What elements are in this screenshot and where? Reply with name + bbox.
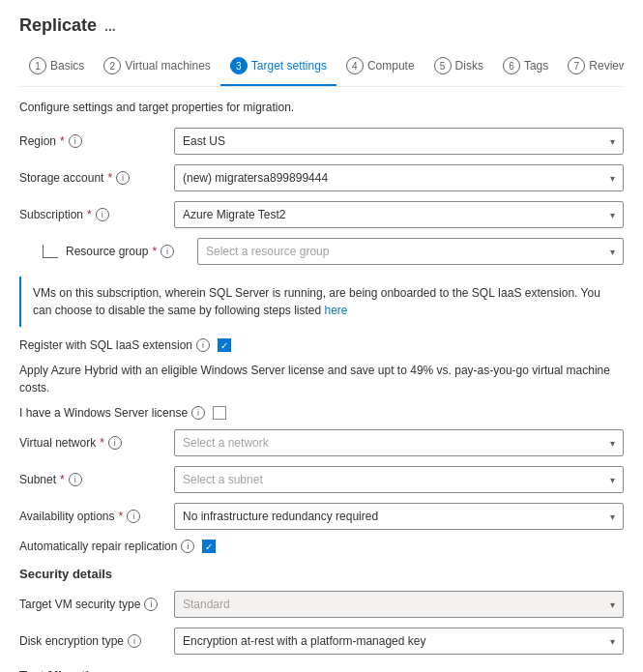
step-target-settings[interactable]: 3 Target settings bbox=[220, 49, 336, 86]
wizard-steps: 1 Basics 2 Virtual machines 3 Target set… bbox=[19, 49, 624, 87]
title-ellipsis: ... bbox=[104, 18, 116, 34]
step-label-review: Review + Start replication bbox=[589, 59, 624, 73]
availability-value: No infrastructure redundancy required bbox=[183, 510, 610, 523]
step-label-tags: Tags bbox=[524, 59, 548, 73]
subnet-info-icon[interactable]: i bbox=[69, 473, 82, 486]
availability-label: Availability options * i bbox=[19, 510, 174, 523]
target-vm-security-row: Target VM security type i Standard ▾ bbox=[19, 591, 624, 618]
target-vm-info-icon[interactable]: i bbox=[144, 598, 158, 611]
availability-chevron-icon: ▾ bbox=[610, 511, 615, 522]
subscription-required: * bbox=[87, 208, 92, 221]
step-number-5: 5 bbox=[434, 57, 452, 74]
subnet-chevron-icon: ▾ bbox=[610, 475, 615, 485]
windows-license-label: I have a Windows Server license i bbox=[19, 406, 205, 420]
storage-required: * bbox=[107, 171, 112, 185]
step-tags[interactable]: 6 Tags bbox=[493, 49, 558, 86]
subnet-placeholder: Select a subnet bbox=[183, 473, 610, 486]
step-basics[interactable]: 1 Basics bbox=[19, 49, 94, 86]
step-label-disks: Disks bbox=[455, 59, 483, 73]
storage-account-label: Storage account * i bbox=[19, 171, 174, 185]
target-vm-security-value: Standard bbox=[183, 598, 610, 611]
virtual-network-label: Virtual network * i bbox=[19, 436, 174, 450]
storage-info-icon[interactable]: i bbox=[116, 171, 130, 185]
page-title: Replicate bbox=[19, 15, 97, 36]
subscription-chevron-icon: ▾ bbox=[610, 210, 615, 220]
target-vm-security-dropdown[interactable]: Standard ▾ bbox=[174, 591, 624, 618]
step-compute[interactable]: 4 Compute bbox=[336, 49, 424, 86]
availability-row: Availability options * i No infrastructu… bbox=[19, 503, 624, 530]
subscription-row: Subscription * i Azure Migrate Test2 ▾ bbox=[19, 201, 624, 228]
disk-encryption-info-icon[interactable]: i bbox=[128, 634, 141, 648]
disk-encryption-label: Disk encryption type i bbox=[19, 634, 174, 648]
step-disks[interactable]: 5 Disks bbox=[424, 49, 493, 86]
test-migration-section-title: Test Migration bbox=[19, 668, 624, 672]
step-virtual-machines[interactable]: 2 Virtual machines bbox=[94, 49, 220, 86]
subscription-dropdown[interactable]: Azure Migrate Test2 ▾ bbox=[174, 201, 624, 228]
step-number-6: 6 bbox=[503, 57, 520, 74]
target-vm-chevron-icon: ▾ bbox=[610, 599, 615, 610]
rg-info-icon[interactable]: i bbox=[161, 245, 174, 258]
step-label-basics: Basics bbox=[50, 59, 84, 73]
hybrid-notice: Apply Azure Hybrid with an eligible Wind… bbox=[19, 362, 624, 396]
resource-group-row: Resource group * i Select a resource gro… bbox=[19, 238, 624, 265]
sql-info-link[interactable]: here bbox=[325, 304, 348, 317]
auto-repair-info-icon[interactable]: i bbox=[181, 540, 194, 553]
form-subtitle: Configure settings and target properties… bbox=[19, 101, 624, 114]
windows-license-checkbox[interactable] bbox=[213, 406, 226, 420]
step-number-7: 7 bbox=[568, 57, 585, 74]
resource-group-dropdown[interactable]: Select a resource group ▾ bbox=[197, 238, 624, 265]
subnet-dropdown[interactable]: Select a subnet ▾ bbox=[174, 466, 624, 493]
resource-group-label: Resource group * i bbox=[43, 245, 197, 258]
step-number-2: 2 bbox=[103, 57, 121, 74]
subscription-info-icon[interactable]: i bbox=[96, 208, 109, 221]
storage-account-value: (new) migratersa899899444 bbox=[183, 171, 610, 185]
storage-account-row: Storage account * i (new) migratersa8998… bbox=[19, 164, 624, 191]
region-row: Region * i East US ▾ bbox=[19, 128, 624, 155]
step-label-compute: Compute bbox=[367, 59, 415, 73]
rg-chevron-icon: ▾ bbox=[610, 247, 615, 257]
subnet-label: Subnet * i bbox=[19, 473, 174, 486]
sql-iaas-row: Register with SQL IaaS extension i bbox=[19, 338, 624, 352]
availability-required: * bbox=[119, 510, 124, 523]
step-label-vms: Virtual machines bbox=[125, 59, 211, 73]
vnet-required: * bbox=[100, 436, 104, 450]
region-info-icon[interactable]: i bbox=[69, 134, 82, 148]
region-label: Region * i bbox=[19, 134, 174, 148]
sql-iaas-checkbox[interactable] bbox=[218, 338, 231, 352]
resource-group-placeholder: Select a resource group bbox=[206, 245, 610, 258]
target-vm-security-label: Target VM security type i bbox=[19, 598, 174, 611]
windows-license-info-icon[interactable]: i bbox=[191, 406, 205, 420]
auto-repair-row: Automatically repair replication i bbox=[19, 540, 624, 553]
storage-account-dropdown[interactable]: (new) migratersa899899444 ▾ bbox=[174, 164, 624, 191]
disk-encryption-dropdown[interactable]: Encryption at-rest with a platform-manag… bbox=[174, 628, 624, 655]
subscription-value: Azure Migrate Test2 bbox=[183, 208, 610, 221]
region-dropdown[interactable]: East US ▾ bbox=[174, 128, 624, 155]
step-number-1: 1 bbox=[29, 57, 46, 74]
windows-license-row: I have a Windows Server license i bbox=[19, 406, 624, 420]
subnet-required: * bbox=[60, 473, 65, 486]
security-section-title: Security details bbox=[19, 567, 624, 581]
page-header: Replicate ... bbox=[19, 15, 624, 36]
region-required: * bbox=[60, 134, 65, 148]
sql-info-message: VMs on this subscription, wherein SQL Se… bbox=[19, 277, 624, 327]
availability-dropdown[interactable]: No infrastructure redundancy required ▾ bbox=[174, 503, 624, 530]
step-label-target: Target settings bbox=[251, 59, 327, 73]
sql-iaas-info-icon[interactable]: i bbox=[196, 338, 210, 352]
subnet-row: Subnet * i Select a subnet ▾ bbox=[19, 466, 624, 493]
sql-iaas-label: Register with SQL IaaS extension i bbox=[19, 338, 210, 352]
virtual-network-placeholder: Select a network bbox=[183, 436, 610, 450]
storage-chevron-icon: ▾ bbox=[610, 173, 615, 184]
rg-required: * bbox=[152, 245, 157, 258]
step-number-3: 3 bbox=[230, 57, 248, 74]
vnet-chevron-icon: ▾ bbox=[610, 438, 615, 449]
virtual-network-dropdown[interactable]: Select a network ▾ bbox=[174, 429, 624, 456]
availability-info-icon[interactable]: i bbox=[127, 510, 140, 523]
step-number-4: 4 bbox=[346, 57, 364, 74]
auto-repair-checkbox[interactable] bbox=[202, 540, 216, 553]
step-review[interactable]: 7 Review + Start replication bbox=[558, 49, 624, 86]
virtual-network-row: Virtual network * i Select a network ▾ bbox=[19, 429, 624, 456]
auto-repair-label: Automatically repair replication i bbox=[19, 540, 194, 553]
vnet-info-icon[interactable]: i bbox=[108, 436, 122, 450]
region-chevron-icon: ▾ bbox=[610, 136, 615, 147]
disk-encryption-chevron-icon: ▾ bbox=[610, 636, 615, 647]
